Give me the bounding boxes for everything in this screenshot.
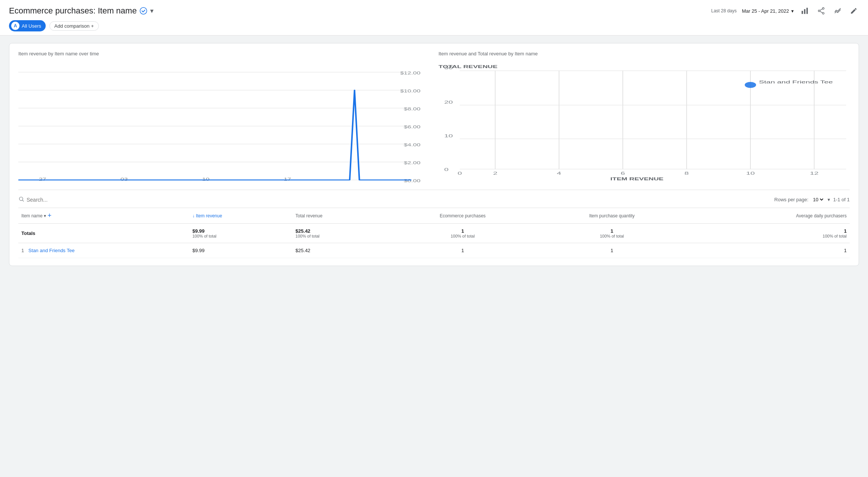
scatter-chart-title: Item revenue and Total revenue by Item n… [438,51,850,56]
svg-text:$4.00: $4.00 [404,143,420,147]
row-item-revenue: $9.99 [189,243,292,258]
row-ecommerce-purchases: 1 [388,243,537,258]
line-chart-title: Item revenue by Item name over time [18,51,430,56]
page-title-group: Ecommerce purchases: Item name ▾ [9,6,154,16]
table-section: Rows per page: 10 25 50 ▾ 1-1 of 1 [18,196,850,258]
svg-text:10: 10 [202,177,210,181]
svg-line-8 [820,11,823,13]
compare-icon-button[interactable] [832,5,843,16]
status-check-icon [140,7,147,15]
pagination-dropdown-icon: ▾ [828,197,830,202]
all-users-label: All Users [22,23,41,29]
scatter-point [745,82,756,88]
col-header-item-name-label: Item name ▾ [21,213,46,218]
date-range-value: Mar 25 - Apr 21, 2022 [742,8,789,14]
svg-rect-2 [804,9,805,14]
svg-line-54 [22,200,24,201]
item-name-link[interactable]: Stan and Friends Tee [28,248,75,253]
svg-point-6 [822,12,824,14]
date-range-dropdown-icon: ▾ [791,8,794,14]
table-toolbar: Rows per page: 10 25 50 ▾ 1-1 of 1 [18,196,850,208]
svg-rect-3 [807,8,808,14]
header-filters: A All Users Add comparison + [9,20,859,31]
svg-point-5 [818,10,820,12]
line-chart-area: $0.00 $2.00 $4.00 $6.00 $8.00 $10.00 $12… [18,62,430,182]
chart-icon-button[interactable] [799,5,810,16]
svg-text:27: 27 [39,177,46,181]
svg-point-4 [822,7,824,9]
page-header: Ecommerce purchases: Item name ▾ Last 28… [0,0,868,36]
col-header-item-revenue[interactable]: ↓ Item revenue [189,208,292,224]
svg-text:$8.00: $8.00 [404,107,420,111]
data-table: Item name ▾ + ↓ Item revenue Total reven… [18,208,850,258]
col-header-total-revenue[interactable]: Total revenue [292,208,388,224]
charts-row: Item revenue by Item name over time $0.0… [18,51,850,182]
page-title: Ecommerce purchases: Item name [9,6,137,16]
svg-text:Stan and Friends Tee: Stan and Friends Tee [759,80,833,85]
row-rank-item-name: 1 Stan and Friends Tee [18,243,189,258]
svg-text:$6.00: $6.00 [404,125,420,129]
svg-text:17: 17 [284,177,291,181]
rows-per-page-label: Rows per page: [774,197,808,202]
add-column-button[interactable]: + [48,212,52,220]
pagination-text: 1-1 of 1 [833,197,850,202]
all-users-badge[interactable]: A All Users [9,20,46,31]
line-chart-section: Item revenue by Item name over time $0.0… [18,51,430,182]
share-icon-button[interactable] [816,5,827,16]
date-range-label: Last 28 days [711,8,737,13]
scatter-chart-section: Item revenue and Total revenue by Item n… [438,51,850,182]
rows-per-page-select[interactable]: 10 25 50 [811,196,825,203]
svg-text:12: 12 [810,171,819,176]
col-header-item-purchase-qty[interactable]: Item purchase quantity [538,208,686,224]
scatter-chart-area: 30 20 10 0 TOTAL REVENUE [438,62,850,182]
title-dropdown-icon[interactable]: ▾ [150,7,154,15]
svg-text:4: 4 [557,171,561,176]
svg-text:10: 10 [746,171,755,176]
svg-text:10: 10 [444,134,453,138]
section-divider [18,190,850,190]
svg-text:$2.00: $2.00 [404,160,420,165]
col-header-ecommerce-purchases[interactable]: Ecommerce purchases [388,208,537,224]
add-comparison-label: Add comparison [54,23,89,29]
col-header-avg-daily-purchasers[interactable]: Average daily purchasers [686,208,850,224]
row-total-revenue: $25.42 [292,243,388,258]
edit-icon-button[interactable] [849,6,859,16]
add-icon: + [91,23,94,29]
row-item-purchase-qty: 1 [538,243,686,258]
header-right: Last 28 days Mar 25 - Apr 21, 2022 ▾ [711,5,859,16]
search-icon [18,196,24,203]
svg-text:6: 6 [620,171,625,176]
svg-text:ITEM REVENUE: ITEM REVENUE [610,177,664,181]
avatar: A [11,22,19,30]
totals-row: Totals $9.99 100% of total $25.42 100% o… [18,224,850,243]
row-avg-daily-purchasers: 1 [686,243,850,258]
add-comparison-button[interactable]: Add comparison + [49,21,99,31]
svg-text:Apr: Apr [119,181,130,182]
svg-point-0 [140,7,147,14]
svg-line-7 [820,9,823,10]
search-input[interactable] [27,197,94,203]
svg-text:0: 0 [458,171,462,176]
date-range-selector[interactable]: Mar 25 - Apr 21, 2022 ▾ [742,8,794,14]
col-header-item-name[interactable]: Item name ▾ + [18,208,189,224]
search-box [18,196,94,203]
totals-item-revenue: $9.99 100% of total [189,224,292,243]
svg-text:$12.00: $12.00 [400,71,420,75]
totals-label: Totals [18,224,189,243]
totals-total-revenue: $25.42 100% of total [292,224,388,243]
svg-text:20: 20 [444,100,453,105]
svg-text:$10.00: $10.00 [400,89,420,93]
totals-ecommerce-purchases: 1 100% of total [388,224,537,243]
svg-text:Mar: Mar [37,181,48,182]
svg-text:8: 8 [685,171,689,176]
totals-avg-daily-purchasers: 1 100% of total [686,224,850,243]
table-row: 1 Stan and Friends Tee $9.99 $25.42 1 1 … [18,243,850,258]
main-content: Item revenue by Item name over time $0.0… [0,36,868,273]
svg-rect-1 [802,11,803,14]
svg-text:0: 0 [444,167,449,172]
svg-text:TOTAL REVENUE: TOTAL REVENUE [438,65,498,69]
svg-text:2: 2 [493,171,498,176]
svg-text:03: 03 [121,177,128,181]
main-card: Item revenue by Item name over time $0.0… [9,43,859,266]
pagination-controls: Rows per page: 10 25 50 ▾ 1-1 of 1 [774,196,850,203]
